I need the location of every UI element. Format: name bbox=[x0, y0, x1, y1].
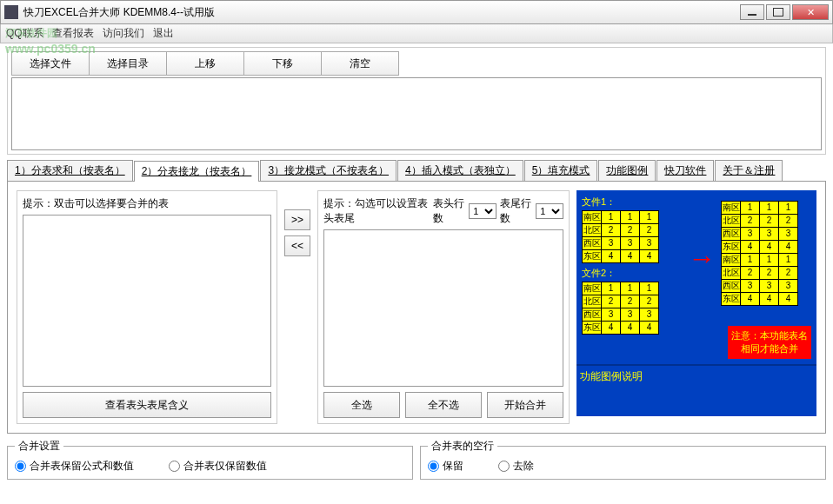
tail-rows-label: 表尾行数 bbox=[500, 196, 532, 226]
head-rows-label: 表头行数 bbox=[433, 196, 465, 226]
clear-button[interactable]: 清空 bbox=[321, 51, 399, 76]
radio-keep-formula[interactable]: 合并表保留公式和数值 bbox=[15, 459, 134, 474]
menu-exit[interactable]: 退出 bbox=[153, 26, 174, 41]
tab-5[interactable]: 5）填充模式 bbox=[524, 160, 598, 181]
radio-keep-blank[interactable]: 保留 bbox=[428, 459, 463, 474]
move-up-button[interactable]: 上移 bbox=[166, 51, 244, 76]
menu-report[interactable]: 查看报表 bbox=[52, 26, 94, 41]
diagram-footer: 功能图例说明 bbox=[576, 364, 816, 416]
move-down-button[interactable]: 下移 bbox=[243, 51, 322, 76]
diagram-footer-title: 功能图例说明 bbox=[580, 370, 643, 382]
diagram: 文件1： 南区111 北区222 西区333 东区444 文件2： 南区111 … bbox=[576, 190, 816, 364]
move-left-button[interactable]: << bbox=[284, 235, 310, 256]
result-table: 南区111 北区222 西区333 东区444 南区111 北区222 西区33… bbox=[721, 201, 798, 306]
move-right-button[interactable]: >> bbox=[284, 209, 310, 230]
start-merge-button[interactable]: 开始合并 bbox=[487, 392, 563, 418]
file2-table: 南区111 北区222 西区333 东区444 bbox=[582, 282, 659, 335]
select-all-button[interactable]: 全选 bbox=[323, 392, 400, 418]
maximize-button[interactable] bbox=[766, 4, 790, 20]
merge-settings-fieldset: 合并设置 合并表保留公式和数值 合并表仅保留数值 bbox=[7, 439, 413, 480]
select-dir-button[interactable]: 选择目录 bbox=[89, 51, 167, 76]
diagram-panel: 文件1： 南区111 北区222 西区333 东区444 文件2： 南区111 … bbox=[576, 190, 816, 424]
menu-visit[interactable]: 访问我们 bbox=[103, 26, 144, 41]
bottom-settings: 合并设置 合并表保留公式和数值 合并表仅保留数值 合并表的空行 保留 去除 bbox=[7, 439, 826, 480]
tab-6[interactable]: 功能图例 bbox=[598, 160, 656, 181]
minimize-button[interactable] bbox=[740, 4, 764, 20]
tabs: 1）分表求和（按表名） 2）分表接龙（按表名） 3）接龙模式（不按表名） 4）插… bbox=[7, 160, 826, 182]
blank-rows-legend: 合并表的空行 bbox=[428, 439, 497, 454]
menu-qq[interactable]: QQ联系 bbox=[6, 26, 43, 41]
selected-listbox[interactable] bbox=[323, 229, 563, 387]
file1-table: 南区111 北区222 西区333 东区444 bbox=[582, 210, 659, 263]
view-header-footer-button[interactable]: 查看表头表尾含义 bbox=[23, 392, 271, 418]
file-list[interactable] bbox=[11, 77, 822, 150]
radio-keep-values[interactable]: 合并表仅保留数值 bbox=[169, 459, 267, 474]
left-hint: 提示：双击可以选择要合并的表 bbox=[23, 196, 271, 211]
window-controls: ✕ bbox=[740, 4, 829, 20]
merge-settings-legend: 合并设置 bbox=[15, 439, 63, 454]
close-button[interactable]: ✕ bbox=[792, 4, 829, 20]
arrow-icon: → bbox=[688, 242, 716, 275]
tab-1[interactable]: 1）分表求和（按表名） bbox=[7, 160, 133, 181]
radio-remove-blank[interactable]: 去除 bbox=[498, 459, 534, 474]
tab-8[interactable]: 关于＆注册 bbox=[715, 160, 783, 181]
mid-group: 提示：勾选可以设置表头表尾 表头行数 1 表尾行数 1 全选 全不选 开始合并 bbox=[317, 190, 570, 424]
tail-rows-combo[interactable]: 1 bbox=[536, 203, 563, 219]
menubar: QQ联系 查看报表 访问我们 退出 bbox=[0, 24, 833, 43]
titlebar: 快刀EXCEL合并大师 KDEMM8.4--试用版 ✕ bbox=[0, 0, 833, 24]
deselect-all-button[interactable]: 全不选 bbox=[405, 392, 482, 418]
select-file-button[interactable]: 选择文件 bbox=[11, 51, 90, 76]
move-buttons: >> << bbox=[284, 190, 310, 424]
app-icon bbox=[4, 5, 18, 19]
diagram-note: 注意：本功能表名相同才能合并 bbox=[728, 326, 811, 359]
window-title: 快刀EXCEL合并大师 KDEMM8.4--试用版 bbox=[23, 5, 740, 20]
file-toolbar-box: 选择文件 选择目录 上移 下移 清空 bbox=[7, 47, 826, 155]
mid-hint: 提示：勾选可以设置表头表尾 bbox=[323, 196, 430, 226]
tab-3[interactable]: 3）接龙模式（不按表名） bbox=[260, 160, 397, 181]
tab-content: 提示：双击可以选择要合并的表 查看表头表尾含义 >> << 提示：勾选可以设置表… bbox=[7, 182, 826, 434]
tab-7[interactable]: 快刀软件 bbox=[656, 160, 714, 181]
tab-2[interactable]: 2）分表接龙（按表名） bbox=[134, 161, 260, 182]
sheets-listbox[interactable] bbox=[23, 215, 271, 387]
tab-4[interactable]: 4）插入模式（表独立） bbox=[397, 160, 523, 181]
left-group: 提示：双击可以选择要合并的表 查看表头表尾含义 bbox=[17, 190, 277, 424]
head-rows-combo[interactable]: 1 bbox=[469, 203, 496, 219]
blank-rows-fieldset: 合并表的空行 保留 去除 bbox=[420, 439, 826, 480]
